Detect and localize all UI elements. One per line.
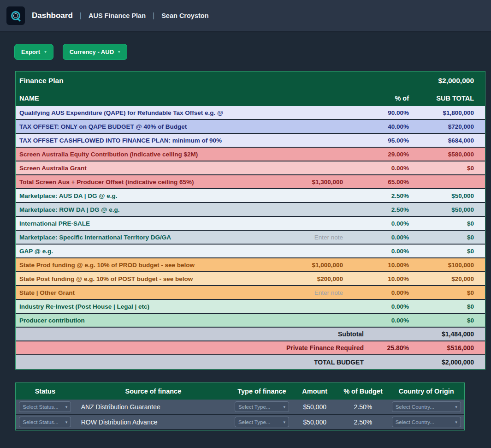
currency-button[interactable]: Currency - AUD ▾: [63, 44, 127, 60]
status-cell: Select Status...▾: [16, 401, 75, 412]
row-subtotal: $20,000: [409, 275, 474, 282]
finance-plan-row: State Post funding @ e.g. 10% of POST bu…: [16, 272, 485, 286]
chevron-down-icon: ▾: [283, 405, 285, 409]
finance-sources-table: StatusSource of financeType of financeAm…: [15, 382, 465, 430]
toolbar: Export ▾ Currency - AUD ▾: [0, 32, 491, 60]
note-input[interactable]: [269, 275, 343, 282]
finance-plan-summary: Subtotal$1,484,000Private Finance Requir…: [16, 328, 485, 369]
row-subtotal: $100,000: [409, 262, 474, 269]
finance-plan-rows: Qualifying AUS Expenditure (QAPE) for Re…: [16, 106, 485, 328]
sources-column-header: Source of finance: [75, 388, 232, 395]
type-cell: Select Type...▾: [232, 417, 292, 427]
row-note-cell: [269, 234, 343, 241]
row-percent: 29.00%: [343, 151, 409, 158]
sources-column-header: % of Budget: [338, 388, 389, 395]
percent-of-budget-value: 2.50%: [338, 418, 389, 426]
note-input[interactable]: [269, 289, 343, 296]
select-value: Select Country...: [396, 419, 434, 425]
row-percent: 10.00%: [343, 275, 409, 282]
row-percent: 0.00%: [343, 317, 409, 324]
finance-plan-row: Marketplace: ROW DA | DG @ e.g.2.50%$50,…: [16, 203, 485, 217]
summary-label: Subtotal: [19, 330, 364, 338]
export-button-label: Export: [21, 48, 40, 55]
sources-column-header: Status: [16, 388, 75, 395]
finance-plan-row: State | Other Grant0.00%$0: [16, 286, 485, 300]
row-subtotal: $0: [409, 234, 474, 241]
chevron-down-icon: ▾: [455, 405, 457, 409]
note-input[interactable]: [269, 179, 343, 185]
nav-dashboard-link[interactable]: Dashboard: [32, 11, 73, 20]
row-name: TAX OFFSET: ONLY on QAPE BUDGET @ 40% of…: [19, 123, 269, 130]
row-subtotal: $50,000: [409, 192, 474, 199]
finance-plan-table: Finance Plan $2,000,000 NAME % of SUB TO…: [15, 71, 485, 370]
row-percent: 0.00%: [343, 234, 409, 241]
column-header-name: NAME: [19, 95, 343, 102]
row-name: State | Other Grant: [19, 289, 269, 296]
chevron-down-icon: ▾: [65, 405, 68, 409]
row-subtotal: $0: [409, 303, 474, 310]
row-percent: 40.00%: [343, 123, 409, 130]
row-percent: 90.00%: [343, 109, 409, 116]
row-percent: 10.00%: [343, 262, 409, 269]
select-value: Select Type...: [238, 404, 270, 410]
finance-plan-row: Total Screen Aus + Producer Offset (indi…: [16, 175, 485, 189]
row-percent: 95.00%: [343, 137, 409, 144]
row-subtotal: $0: [409, 165, 474, 172]
row-subtotal: $0: [409, 220, 474, 227]
nav-user-name[interactable]: Sean Croyston: [161, 12, 208, 19]
row-name: Screen Australia Equity Contribution (in…: [19, 151, 269, 158]
country-select[interactable]: Select Country...▾: [392, 401, 461, 412]
row-percent: 0.00%: [343, 165, 409, 172]
type-select[interactable]: Select Type...▾: [235, 401, 289, 412]
row-name: Qualifying AUS Expenditure (QAPE) for Re…: [19, 109, 269, 116]
sources-header-row: StatusSource of financeType of financeAm…: [16, 383, 464, 400]
row-subtotal: $0: [409, 248, 474, 255]
chevron-down-icon: ▾: [65, 420, 68, 424]
country-select[interactable]: Select Country...▾: [392, 417, 461, 427]
chevron-down-icon: ▾: [44, 50, 47, 54]
finance-plan-row: Producer contribution0.00%$0: [16, 314, 485, 328]
row-percent: 0.00%: [343, 289, 409, 296]
sources-column-header: Country of Origin: [388, 388, 464, 395]
type-select[interactable]: Select Type...▾: [235, 417, 289, 427]
sources-column-header: Type of finance: [232, 388, 292, 395]
row-name: Total Screen Aus + Producer Offset (indi…: [19, 179, 269, 185]
status-select[interactable]: Select Status...▾: [19, 401, 71, 412]
finance-plan-header: Finance Plan $2,000,000 NAME % of SUB TO…: [16, 72, 485, 106]
chevron-down-icon: ▾: [455, 420, 457, 424]
row-subtotal: $0: [409, 317, 474, 324]
source-row: Select Status...▾ROW Distribution Advanc…: [16, 415, 464, 430]
row-name: Marketplace: AUS DA | DG @ e.g.: [19, 192, 269, 199]
row-percent: 0.00%: [343, 220, 409, 227]
app-logo[interactable]: [6, 6, 25, 25]
finance-plan-row: International PRE-SALE0.00%$0: [16, 217, 485, 231]
row-subtotal: $684,000: [409, 137, 474, 144]
nav-project-name[interactable]: AUS Finance Plan: [89, 12, 146, 19]
row-percent: 65.00%: [343, 179, 409, 185]
row-note-cell: [269, 262, 343, 269]
row-name: GAP @ e.g.: [19, 248, 269, 255]
amount-value: $50,000: [292, 403, 338, 411]
note-input[interactable]: [269, 262, 343, 269]
summary-value: $516,000: [409, 344, 474, 352]
note-input[interactable]: [269, 234, 343, 241]
status-select[interactable]: Select Status...▾: [19, 417, 71, 427]
finance-plan-row: Qualifying AUS Expenditure (QAPE) for Re…: [16, 106, 485, 120]
source-row: Select Status...▾ANZ Distribution Guaran…: [16, 400, 464, 415]
select-value: Select Status...: [23, 419, 58, 425]
percent-of-budget-value: 2.50%: [338, 403, 389, 411]
finance-plan-row: Screen Australia Grant0.00%$0: [16, 161, 485, 175]
column-header-subtotal: SUB TOTAL: [409, 95, 474, 102]
row-percent: 2.50%: [343, 192, 409, 199]
summary-row: Subtotal$1,484,000: [16, 328, 485, 341]
row-percent: 0.00%: [343, 303, 409, 310]
row-name: Screen Australia Grant: [19, 165, 269, 172]
select-value: Select Status...: [23, 404, 58, 410]
summary-percent: 25.80%: [364, 344, 409, 352]
export-button[interactable]: Export ▾: [14, 44, 53, 60]
currency-button-label: Currency - AUD: [70, 48, 114, 55]
status-cell: Select Status...▾: [16, 417, 75, 427]
row-note-cell: [269, 275, 343, 282]
summary-label: Private Finance Required: [19, 344, 364, 352]
summary-row: Private Finance Required25.80%$516,000: [16, 341, 485, 355]
